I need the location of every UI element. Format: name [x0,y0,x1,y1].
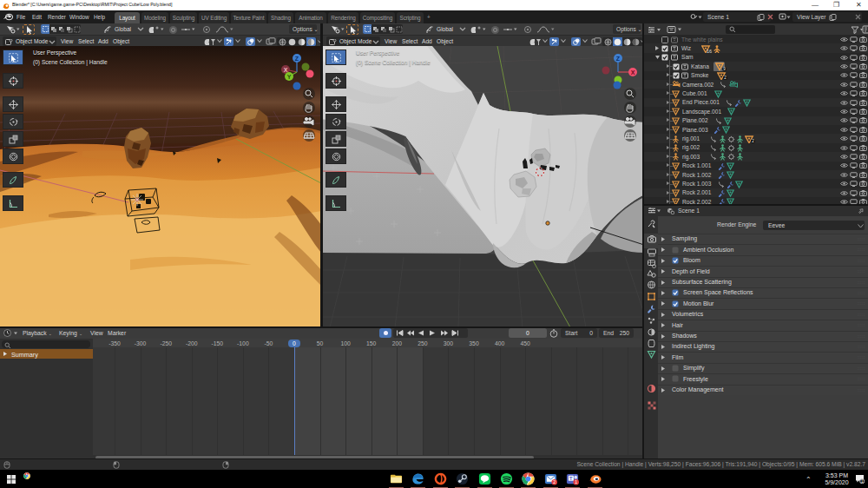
svg-text:Y: Y [287,74,292,80]
svg-text:1: 1 [575,479,577,485]
svg-text:Z: Z [616,56,621,62]
svg-text:Z: Z [295,56,299,62]
svg-text:X: X [284,67,288,73]
svg-text:2: 2 [553,479,556,485]
svg-text:X: X [631,69,635,76]
svg-text:T: T [569,476,573,481]
